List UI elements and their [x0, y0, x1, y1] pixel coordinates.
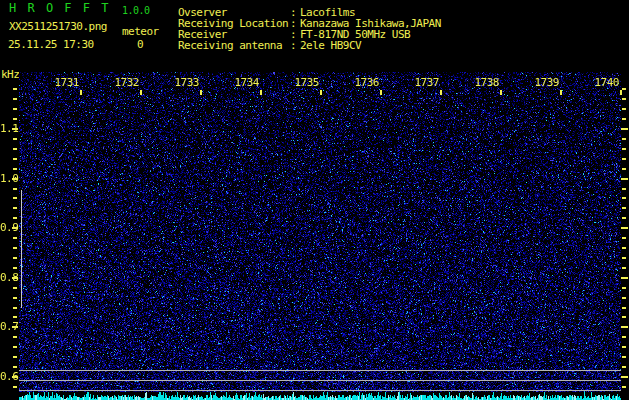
- x-tick: [380, 90, 382, 95]
- mode-label: meteor: [122, 26, 159, 37]
- y-tick-minor-left: [13, 138, 17, 140]
- hrofft-screen: H R O F F T 1.0.0 XX2511251730.png meteo…: [0, 0, 629, 400]
- y-tick-minor-left: [13, 118, 17, 120]
- y-tick-minor-left: [13, 88, 17, 90]
- x-tick: [140, 90, 142, 95]
- x-tick: [440, 90, 442, 95]
- y-tick-minor-left: [13, 366, 17, 368]
- y-tick-minor-right: [622, 336, 626, 338]
- y-tick-major-right: [621, 128, 628, 130]
- y-tick-minor-left: [13, 386, 17, 388]
- y-tick-minor-left: [13, 188, 17, 190]
- y-tick-minor-right: [622, 237, 626, 239]
- x-tick-label: 1734: [230, 77, 259, 88]
- y-tick-major-right: [621, 376, 628, 378]
- y-tick-minor-left: [13, 356, 17, 358]
- y-tick-label: 0.9: [0, 222, 13, 233]
- x-tick: [500, 90, 502, 95]
- x-tick: [620, 90, 622, 95]
- y-tick-minor-right: [622, 366, 626, 368]
- y-tick-minor-right: [622, 118, 626, 120]
- y-tick-label: 0.7: [0, 321, 13, 332]
- y-tick-minor-left: [13, 257, 17, 259]
- y-tick-minor-right: [622, 138, 626, 140]
- x-tick-label: 1735: [290, 77, 319, 88]
- x-tick: [80, 90, 82, 95]
- y-tick-minor-left: [13, 148, 17, 150]
- y-tick-label: 0.8: [0, 272, 13, 283]
- y-tick-minor-right: [622, 158, 626, 160]
- info-value: 2ele HB9CV: [300, 39, 361, 52]
- x-tick: [260, 90, 262, 95]
- y-tick-minor-left: [13, 158, 17, 160]
- y-tick-minor-right: [622, 98, 626, 100]
- y-tick-minor-right: [622, 247, 626, 249]
- x-tick-label: 1737: [410, 77, 439, 88]
- y-tick-minor-left: [13, 297, 17, 299]
- y-tick-label: 1.0: [0, 173, 13, 184]
- y-tick-minor-right: [622, 217, 626, 219]
- y-tick-minor-right: [622, 197, 626, 199]
- y-tick-minor-right: [622, 386, 626, 388]
- x-tick: [200, 90, 202, 95]
- y-tick-label: 1.1: [0, 123, 13, 134]
- x-tick-label: 1739: [530, 77, 559, 88]
- x-tick-label: 1731: [50, 77, 79, 88]
- y-tick-minor-left: [13, 237, 17, 239]
- y-tick-minor-left: [13, 247, 17, 249]
- y-tick-minor-right: [622, 356, 626, 358]
- y-tick-major-right: [621, 227, 628, 229]
- y-tick-minor-left: [13, 336, 17, 338]
- x-tick-label: 1740: [590, 77, 619, 88]
- spectrogram-canvas: [19, 72, 621, 400]
- y-tick-minor-left: [13, 207, 17, 209]
- y-tick-minor-right: [622, 207, 626, 209]
- observer-info-block: Ovserver:Lacofilms Receiving Location:Ka…: [178, 7, 441, 51]
- x-tick-label: 1738: [470, 77, 499, 88]
- y-tick-minor-right: [622, 88, 626, 90]
- y-tick-major-right: [621, 277, 628, 279]
- meteor-count: 0: [130, 39, 150, 50]
- x-tick: [320, 90, 322, 95]
- y-tick-minor-right: [622, 257, 626, 259]
- x-tick-label: 1732: [110, 77, 139, 88]
- y-tick-minor-right: [622, 307, 626, 309]
- y-tick-minor-right: [622, 148, 626, 150]
- y-tick-minor-right: [622, 316, 626, 318]
- output-filename: XX2511251730.png: [9, 21, 107, 32]
- x-tick: [560, 90, 562, 95]
- info-label: Receiving antenna: [178, 40, 290, 51]
- info-row-antenna: Receiving antenna:2ele HB9CV: [178, 40, 441, 51]
- y-axis-unit-label: kHz: [1, 69, 19, 80]
- y-tick-minor-right: [622, 346, 626, 348]
- y-tick-minor-left: [13, 168, 17, 170]
- info-separator: :: [290, 40, 300, 51]
- observation-datetime: 25.11.25 17:30: [8, 39, 94, 50]
- y-tick-minor-left: [13, 217, 17, 219]
- app-version: 1.0.0: [122, 5, 150, 16]
- x-tick-label: 1733: [170, 77, 199, 88]
- y-tick-minor-left: [13, 346, 17, 348]
- y-tick-minor-left: [13, 287, 17, 289]
- y-tick-label: 0.6: [0, 371, 13, 382]
- y-tick-minor-right: [622, 267, 626, 269]
- y-tick-minor-right: [622, 188, 626, 190]
- y-tick-minor-left: [13, 267, 17, 269]
- y-tick-minor-left: [13, 197, 17, 199]
- y-tick-minor-right: [622, 297, 626, 299]
- y-tick-minor-left: [13, 307, 17, 309]
- y-tick-minor-right: [622, 108, 626, 110]
- x-tick-label: 1736: [350, 77, 379, 88]
- app-title: H R O F F T: [9, 3, 110, 14]
- y-tick-minor-right: [622, 287, 626, 289]
- y-tick-major-right: [621, 326, 628, 328]
- y-tick-major-right: [621, 178, 628, 180]
- y-tick-minor-left: [13, 98, 17, 100]
- y-tick-minor-left: [13, 316, 17, 318]
- y-tick-minor-right: [622, 168, 626, 170]
- y-tick-minor-left: [13, 108, 17, 110]
